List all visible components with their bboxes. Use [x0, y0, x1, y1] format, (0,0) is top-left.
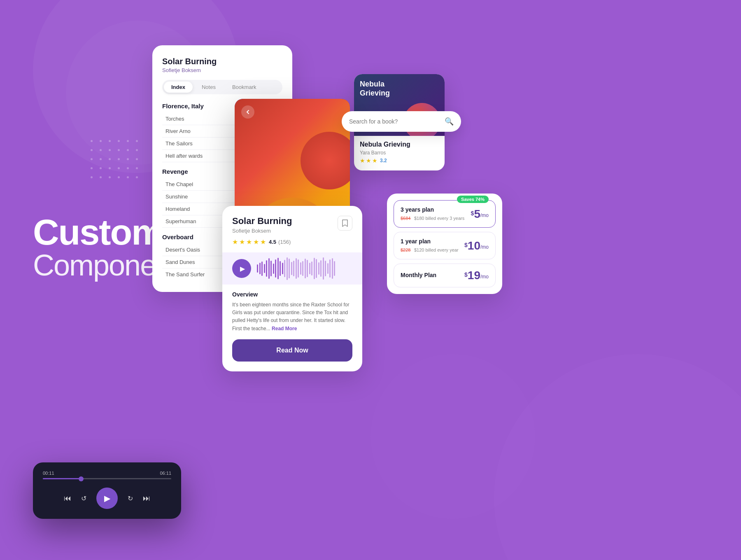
current-time: 00:11 [43, 471, 54, 476]
skip-back-button[interactable]: ⏮ [64, 494, 71, 503]
nebula-author: Yara Barros [360, 150, 439, 156]
plan-price-3year: $ 5 /mo [471, 208, 489, 220]
total-time: 06:11 [160, 471, 171, 476]
plan-details-1year: 1 year plan $228 $120 billed every year [401, 238, 459, 253]
tab-bookmark[interactable]: Bookmark [225, 82, 264, 93]
tab-index[interactable]: Index [164, 82, 193, 93]
plan-original-1year: $228 [401, 247, 410, 252]
search-input[interactable] [349, 118, 440, 125]
skip-forward-button[interactable]: ⏭ [143, 494, 150, 503]
read-more-link[interactable]: Read More [272, 326, 297, 331]
book-index-author: Sofietje Boksem [162, 67, 282, 73]
plan-name-monthly: Monthly Plan [401, 272, 436, 278]
search-bar: 🔍 [342, 111, 461, 132]
detail-header: Solar Burning Sofietje Boksem ★ ★ ★ ★ ★ … [222, 206, 362, 246]
star-4: ★ [253, 238, 259, 246]
star-2: ★ [366, 157, 371, 164]
star-1: ★ [360, 157, 365, 164]
nebula-rating-value: 3.2 [380, 158, 387, 163]
play-pause-button[interactable]: ▶ [96, 488, 118, 509]
search-icon[interactable]: 🔍 [445, 117, 454, 126]
player-controls: ⏮ ↺ ▶ ↻ ⏭ [43, 488, 171, 509]
star-1: ★ [232, 238, 238, 246]
plan-name-3year: 3 years plan [401, 206, 464, 213]
review-count: (156) [278, 239, 291, 245]
plan-billing-1year: $228 $120 billed every year [401, 246, 459, 253]
dot-grid-decoration [91, 140, 142, 182]
overview-text: It's been eighteen months since the Raxt… [232, 301, 352, 333]
back-button[interactable] [241, 105, 254, 119]
plan-details-monthly: Monthly Plan [401, 272, 436, 280]
star-3: ★ [246, 238, 252, 246]
pricing-item-3year[interactable]: Saves 74% 3 years plan $684 $180 billed … [394, 200, 496, 228]
detail-rating: ★ ★ ★ ★ ★ 4.5 (156) [232, 238, 352, 246]
progress-bar[interactable] [43, 478, 171, 479]
replay-button[interactable]: ↺ [81, 495, 86, 502]
nebula-rating: ★ ★ ★ 3.2 [360, 157, 439, 164]
audio-play-button[interactable] [232, 259, 251, 278]
rating-number: 4.5 [269, 239, 276, 245]
read-now-button[interactable]: Read Now [232, 339, 352, 362]
star-3: ★ [372, 157, 377, 164]
forward-button[interactable]: ↻ [128, 495, 133, 502]
media-player: 00:11 06:11 ⏮ ↺ ▶ ↻ ⏭ [33, 462, 181, 519]
progress-fill [43, 478, 82, 479]
progress-handle[interactable] [79, 476, 84, 481]
overview-title: Overview [232, 291, 352, 298]
nebula-title: Nebula Grieving [360, 141, 439, 148]
book-tabs: Index Notes Bookmark [162, 80, 282, 94]
book-detail-merged-card: Solar Burning Sofietje Boksem ★ ★ ★ ★ ★ … [222, 206, 362, 371]
plan-billed-3year: $180 billed every 3 years [414, 216, 464, 221]
star-2: ★ [239, 238, 245, 246]
nebula-info: Nebula Grieving Yara Barros ★ ★ ★ 3.2 [354, 136, 445, 164]
overview-section: Overview It's been eighteen months since… [222, 285, 362, 339]
read-now-section: Read Now [222, 339, 362, 371]
plan-price-1year: $ 10 /mo [464, 240, 489, 252]
saves-badge: Saves 74% [457, 196, 489, 203]
pricing-item-monthly[interactable]: Monthly Plan $ 19 /mo [394, 264, 496, 287]
plan-billing-3year: $684 $180 billed every 3 years [401, 214, 464, 222]
plan-details-3year: 3 years plan $684 $180 billed every 3 ye… [401, 206, 464, 222]
detail-title: Solar Burning [232, 216, 352, 226]
audio-waveform [257, 258, 352, 279]
pricing-card: Saves 74% 3 years plan $684 $180 billed … [387, 194, 502, 294]
plan-billed-1year: $120 billed every year [414, 247, 459, 252]
detail-author: Sofietje Boksem [232, 228, 352, 234]
star-half: ★ [260, 238, 266, 246]
plan-original-3year: $684 [401, 216, 410, 221]
tab-notes[interactable]: Notes [194, 82, 223, 93]
plan-name-1year: 1 year plan [401, 238, 459, 245]
audio-section [222, 252, 362, 285]
nebula-cover-title: NebulaGrieving [360, 80, 390, 98]
book-index-title: Solar Burning [162, 57, 282, 66]
bookmark-button[interactable] [338, 216, 352, 231]
plan-price-monthly: $ 19 /mo [464, 270, 489, 281]
player-time-row: 00:11 06:11 [43, 471, 171, 476]
pricing-item-1year[interactable]: 1 year plan $228 $120 billed every year … [394, 232, 496, 259]
ui-showcase: Solar Burning Sofietje Boksem Index Note… [140, 33, 593, 519]
